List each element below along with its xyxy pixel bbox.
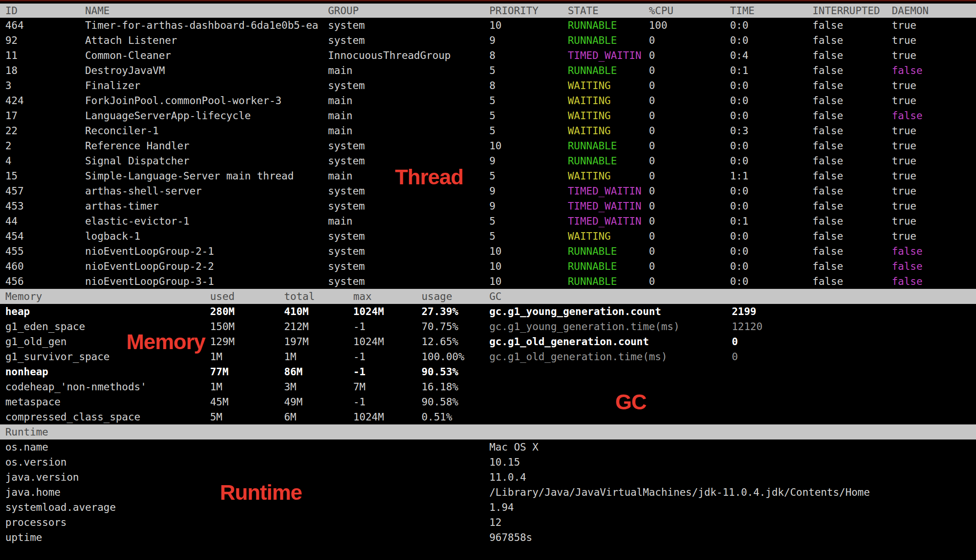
thread-cpu-cell: 0	[649, 214, 655, 229]
thread-name-cell: Finalizer	[85, 78, 141, 93]
thread-time-cell: 0:3	[730, 123, 749, 138]
thread-priority-cell: 5	[489, 108, 496, 123]
thread-priority-cell: 5	[489, 93, 496, 108]
runtime-value-cell: Mac OS X	[489, 439, 539, 455]
runtime-name-cell: systemload.average	[5, 500, 116, 515]
thread-group-cell: main	[328, 214, 352, 229]
thread-time-cell: 0:0	[730, 259, 749, 274]
thread-name-cell: elastic-evictor-1	[85, 214, 189, 229]
thread-state-cell: WAITING	[568, 108, 611, 123]
thread-id-cell: 453	[5, 198, 24, 214]
thread-header-group: GROUP	[328, 4, 359, 18]
thread-name-cell: Attach Listener	[85, 33, 177, 48]
memory-name-cell: nonheap	[5, 364, 48, 379]
thread-group-cell: InnocuousThreadGroup	[328, 48, 451, 63]
thread-name-cell: Common-Cleaner	[85, 48, 171, 63]
memory-gc-header-bar: Memory used total max usage GC	[0, 289, 976, 304]
thread-header-priority: PRIORITY	[489, 4, 539, 18]
runtime-header-bar: Runtime	[0, 424, 976, 439]
runtime-value-cell: 10.15	[489, 455, 520, 470]
memory-used-cell: 1M	[210, 379, 223, 394]
thread-interrupted-cell: false	[812, 183, 843, 198]
thread-interrupted-cell: false	[812, 123, 843, 138]
thread-name-cell: Simple-Language-Server main thread	[85, 168, 294, 183]
thread-group-cell: system	[328, 259, 365, 274]
memory-header-title: Memory	[5, 289, 42, 304]
thread-interrupted-cell: false	[812, 93, 843, 108]
memory-row: compressed_class_space5M6M1024M0.51%	[0, 409, 976, 424]
thread-id-cell: 11	[5, 48, 18, 63]
runtime-row: uptime967858s	[0, 530, 976, 545]
thread-time-cell: 0:0	[730, 244, 749, 259]
runtime-value-cell: 967858s	[489, 530, 532, 545]
thread-interrupted-cell: false	[812, 244, 843, 259]
thread-daemon-cell: false	[892, 108, 922, 123]
thread-daemon-cell: true	[892, 18, 916, 33]
runtime-name-cell: os.name	[5, 439, 48, 455]
thread-daemon-cell: true	[892, 123, 916, 138]
thread-priority-cell: 9	[489, 183, 496, 198]
gc-name-cell: gc.g1_old_generation.time(ms)	[489, 349, 668, 364]
thread-row: 44elastic-evictor-1main5TIMED_WAITIN00:1…	[0, 214, 976, 229]
thread-header-daemon: DAEMON	[892, 4, 929, 18]
thread-row: 18DestroyJavaVMmain5RUNNABLE00:1falsefal…	[0, 63, 976, 78]
thread-name-cell: nioEventLoopGroup-2-2	[85, 259, 214, 274]
thread-state-cell: RUNNABLE	[568, 259, 617, 274]
memory-total-cell: 49M	[284, 394, 303, 409]
thread-row: 457arthas-shell-serversystem9TIMED_WAITI…	[0, 183, 976, 198]
runtime-name-cell: uptime	[5, 530, 42, 545]
thread-time-cell: 0:0	[730, 108, 749, 123]
memory-name-cell: codeheap_'non-nmethods'	[5, 379, 147, 394]
thread-priority-cell: 5	[489, 168, 496, 183]
thread-cpu-cell: 0	[649, 63, 655, 78]
runtime-value-cell: /Library/Java/JavaVirtualMachines/jdk-11…	[489, 485, 870, 500]
gc-row: gc.g1_young_generation.count2199	[0, 304, 976, 319]
thread-group-cell: main	[328, 93, 352, 108]
thread-cpu-cell: 0	[649, 229, 655, 244]
thread-interrupted-cell: false	[812, 63, 843, 78]
thread-row: 464Timer-for-arthas-dashboard-6da1e0b5-e…	[0, 18, 976, 33]
memory-usage-cell: 90.53%	[422, 364, 458, 379]
thread-header-interrupted: INTERRUPTED	[812, 4, 880, 18]
window-top-edge-line	[0, 0, 976, 1]
thread-header-cpu: %CPU	[649, 4, 673, 18]
thread-priority-cell: 9	[489, 153, 496, 168]
thread-group-cell: system	[328, 229, 365, 244]
thread-priority-cell: 10	[489, 244, 502, 259]
thread-cpu-cell: 0	[649, 123, 655, 138]
thread-interrupted-cell: false	[812, 18, 843, 33]
memory-used-cell: 45M	[210, 394, 229, 409]
thread-id-cell: 460	[5, 259, 24, 274]
thread-daemon-cell: false	[892, 259, 922, 274]
thread-time-cell: 0:0	[730, 153, 749, 168]
thread-state-cell: WAITING	[568, 93, 611, 108]
thread-row: 11Common-CleanerInnocuousThreadGroup8TIM…	[0, 48, 976, 63]
thread-state-cell: WAITING	[568, 123, 611, 138]
thread-cpu-cell: 0	[649, 198, 655, 214]
thread-id-cell: 44	[5, 214, 18, 229]
thread-daemon-cell: true	[892, 229, 916, 244]
thread-cpu-cell: 100	[649, 18, 668, 33]
thread-id-cell: 424	[5, 93, 24, 108]
thread-row: 2Reference Handlersystem10RUNNABLE00:0fa…	[0, 138, 976, 153]
thread-row: 460nioEventLoopGroup-2-2system10RUNNABLE…	[0, 259, 976, 274]
thread-daemon-cell: true	[892, 153, 916, 168]
thread-priority-cell: 8	[489, 48, 496, 63]
thread-id-cell: 457	[5, 183, 24, 198]
memory-row: codeheap_'non-nmethods'1M3M7M16.18%	[0, 379, 976, 394]
thread-interrupted-cell: false	[812, 48, 843, 63]
gc-name-cell: gc.g1_old_generation.count	[489, 334, 649, 349]
thread-name-cell: arthas-timer	[85, 198, 159, 214]
thread-row: 92Attach Listenersystem9RUNNABLE00:0fals…	[0, 33, 976, 48]
thread-state-cell: WAITING	[568, 78, 611, 93]
memory-usage-cell: 0.51%	[422, 409, 452, 424]
gc-value-cell: 12120	[732, 319, 762, 334]
thread-daemon-cell: false	[892, 63, 922, 78]
thread-name-cell: Reference Handler	[85, 138, 189, 153]
thread-interrupted-cell: false	[812, 33, 843, 48]
thread-priority-cell: 10	[489, 259, 502, 274]
memory-used-cell: 77M	[210, 364, 229, 379]
thread-header-name: NAME	[85, 4, 109, 18]
thread-group-cell: system	[328, 33, 365, 48]
thread-state-cell: RUNNABLE	[568, 63, 617, 78]
